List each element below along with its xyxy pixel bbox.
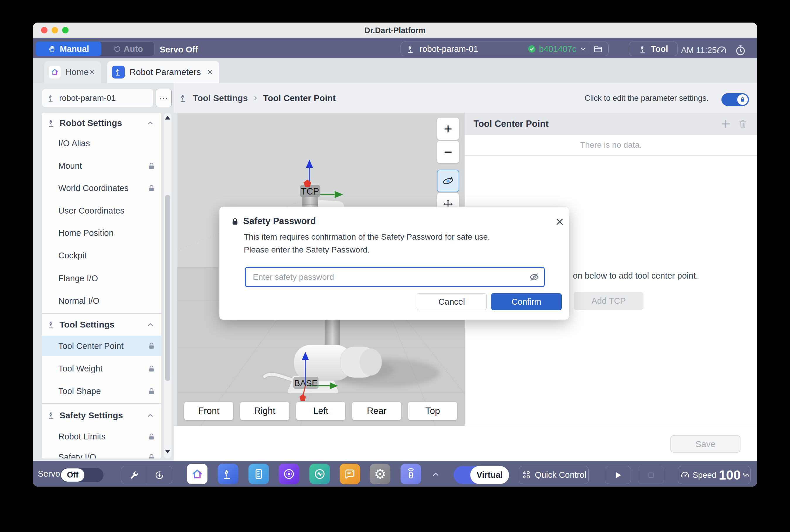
virtual-mode-toggle[interactable]: Virtual <box>454 466 509 484</box>
save-button[interactable]: Save <box>671 435 740 453</box>
speed-control[interactable]: Speed 100 % <box>678 466 751 484</box>
section-safety-settings[interactable]: Safety Settings <box>42 405 161 426</box>
tool-button[interactable]: Tool <box>629 42 678 56</box>
more-label: ··· <box>159 93 169 102</box>
tcp-panel-title: Tool Center Point <box>473 119 548 129</box>
add-icon[interactable] <box>720 118 732 130</box>
parameter-set-input[interactable]: robot-param-01 <box>42 89 153 107</box>
wrench-button[interactable] <box>121 467 147 484</box>
virtual-toggle-knob: Virtual <box>470 466 509 484</box>
sidebar-item-safety-io[interactable]: Safety I/O <box>42 446 161 458</box>
quick-control-button[interactable]: Quick Control <box>519 466 589 484</box>
sidebar-item-cockpit[interactable]: Cockpit <box>42 244 161 267</box>
zoom-in-button[interactable]: + <box>437 117 459 140</box>
sidebar-item-tool-center-point[interactable]: Tool Center Point <box>42 336 161 356</box>
view-rear-button[interactable]: Rear <box>352 402 401 420</box>
scroll-down-icon[interactable] <box>165 450 170 454</box>
section-title: Tool Settings <box>59 320 115 329</box>
scrollbar-thumb[interactable] <box>165 195 170 381</box>
add-tcp-button[interactable]: Add TCP <box>574 292 643 310</box>
mode-switch: Manual Auto <box>36 42 155 56</box>
status-gauge-icon[interactable] <box>716 44 728 57</box>
view-front-button[interactable]: Front <box>184 402 233 420</box>
dialog-message-line1: This item requires confirmation of the S… <box>244 232 490 242</box>
dock-robot-params-app[interactable] <box>218 464 238 484</box>
sidebar-item-io-alias[interactable]: I/O Alias <box>42 132 161 155</box>
servo-toggle[interactable]: Off <box>60 468 104 482</box>
chevron-up-icon[interactable] <box>146 411 155 420</box>
cancel-button[interactable]: Cancel <box>417 293 487 310</box>
sidebar-item-normal-io[interactable]: Normal I/O <box>42 290 161 312</box>
gear-icon: ⚙ <box>374 467 386 481</box>
section-robot-settings[interactable]: Robot Settings <box>42 113 161 133</box>
folder-icon[interactable] <box>593 44 603 54</box>
sidebar-item-tool-weight[interactable]: Tool Weight <box>42 357 161 380</box>
confirm-button[interactable]: Confirm <box>491 293 562 310</box>
recenter-button[interactable] <box>147 467 172 484</box>
edit-lock-toggle[interactable] <box>721 93 749 106</box>
content-footer: Save <box>174 426 757 461</box>
dialog-close-icon[interactable] <box>554 216 565 227</box>
dock-home-app[interactable] <box>187 464 207 484</box>
chevron-up-icon[interactable] <box>146 119 155 128</box>
dock-log-app[interactable] <box>340 464 360 484</box>
rotate-target-icon <box>154 470 165 480</box>
scroll-up-icon[interactable] <box>165 116 170 119</box>
show-password-icon[interactable] <box>529 271 540 283</box>
dock-settings-app[interactable]: ⚙ <box>370 464 390 484</box>
sidebar-item-mount[interactable]: Mount <box>42 155 161 177</box>
check-circle-icon <box>527 44 536 53</box>
orbit-icon <box>441 175 454 188</box>
zoom-out-button[interactable]: − <box>437 140 459 163</box>
view-left-button[interactable]: Left <box>296 402 345 420</box>
robot-icon <box>47 118 57 128</box>
clock-text: AM 11:25 <box>681 45 717 55</box>
tool-stand-icon <box>639 44 648 54</box>
tab-robot-parameters[interactable]: Robot Parameters <box>107 61 219 83</box>
close-icon[interactable] <box>206 68 214 76</box>
trash-icon[interactable] <box>737 119 748 129</box>
sidebar-item-tool-shape[interactable]: Tool Shape <box>42 380 161 402</box>
orbit-tool-button[interactable] <box>437 170 459 192</box>
sidebar-item-robot-limits[interactable]: Robot Limits <box>42 425 161 448</box>
dock-monitoring-app[interactable] <box>309 464 330 484</box>
view-top-button[interactable]: Top <box>408 402 457 420</box>
robot-icon <box>47 411 57 420</box>
chat-icon <box>343 468 356 480</box>
add-tcp-hint-text: on below to add tool center point. <box>573 271 698 281</box>
manual-label: Manual <box>60 44 89 54</box>
sidebar-item-user-coordinates[interactable]: User Coordinates <box>42 200 161 222</box>
tab-robot-parameters-label: Robot Parameters <box>130 67 201 77</box>
timer-icon[interactable] <box>734 44 747 57</box>
chevron-down-icon[interactable] <box>579 45 587 53</box>
commit-id: b401407c <box>539 44 577 54</box>
sidebar-more-button[interactable]: ··· <box>156 89 172 107</box>
manual-mode-button[interactable]: Manual <box>36 42 101 56</box>
dock-expand-icon[interactable] <box>431 469 441 479</box>
view-right-button[interactable]: Right <box>240 402 289 420</box>
project-selector[interactable]: robot-param-01 b401407c <box>400 42 608 56</box>
project-name: robot-param-01 <box>420 44 478 54</box>
sidebar-item-flange-io[interactable]: Flange I/O <box>42 267 161 290</box>
svg-text:TCP: TCP <box>301 186 319 196</box>
close-icon[interactable] <box>89 68 96 76</box>
section-title: Safety Settings <box>59 411 123 420</box>
lock-icon <box>147 342 156 350</box>
sidebar-scrollbar[interactable] <box>164 113 171 458</box>
play-button[interactable] <box>605 466 631 484</box>
dock-jog-app[interactable] <box>279 464 299 484</box>
dock-remote-app[interactable] <box>400 464 421 484</box>
stop-button[interactable] <box>638 466 664 484</box>
chevron-up-icon[interactable] <box>146 320 155 329</box>
breadcrumb-section[interactable]: Tool Settings <box>193 93 248 103</box>
dock-task-app[interactable] <box>248 464 269 484</box>
sidebar-item-world-coordinates[interactable]: World Coordinates <box>42 177 161 200</box>
edit-hint-text: Click to edit the parameter settings. <box>585 94 709 103</box>
section-tool-settings[interactable]: Tool Settings <box>42 314 161 335</box>
safety-password-input[interactable] <box>245 267 545 287</box>
robot-parameters-app-icon <box>112 65 125 78</box>
tab-home[interactable]: Home <box>44 61 101 83</box>
auto-mode-button[interactable]: Auto <box>101 42 155 56</box>
sidebar-item-home-position[interactable]: Home Position <box>42 222 161 244</box>
divider <box>590 44 590 54</box>
